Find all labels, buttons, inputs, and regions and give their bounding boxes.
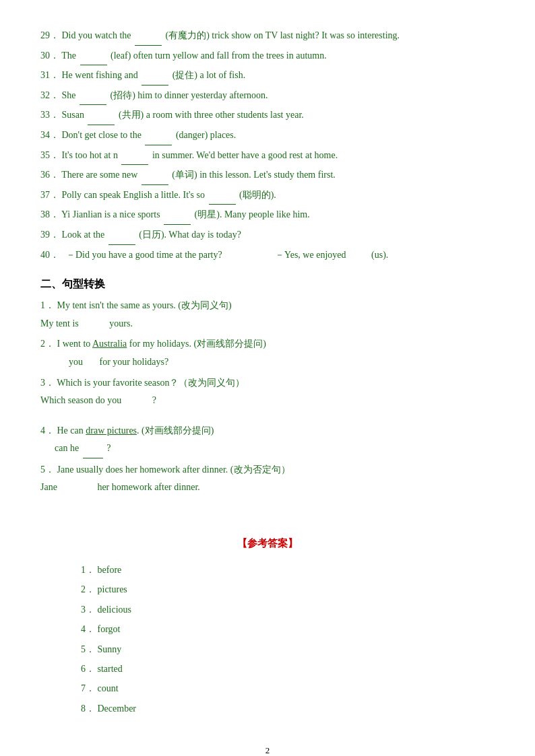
t4-answer: can he ? bbox=[40, 440, 495, 458]
q36-chinese: (单词) bbox=[172, 170, 197, 180]
q38-text1: Yi Jianlian is a nice sports bbox=[61, 209, 160, 219]
q40-us: (us). bbox=[371, 246, 388, 265]
question-35: 35． It's too hot at n in summer. We'd be… bbox=[40, 147, 495, 166]
q40-right: －Yes, we enjoyed bbox=[275, 246, 346, 265]
t2-num: 2． bbox=[40, 339, 55, 349]
t3-blank2 bbox=[138, 395, 150, 405]
q31-blank bbox=[141, 67, 168, 85]
t1-num: 1． bbox=[40, 300, 55, 310]
t2-you: you bbox=[69, 357, 83, 367]
t5-answer: Jane her homework after dinner. bbox=[40, 479, 495, 497]
q39-text2: What day is today? bbox=[168, 230, 241, 240]
q32-text2: him to dinner yesterday afternoon. bbox=[137, 90, 268, 100]
q32-num: 32． bbox=[40, 90, 59, 100]
transform-5: 5． Jane usually does her homework after … bbox=[40, 461, 495, 497]
q30-text1: The bbox=[61, 50, 76, 61]
q31-text1: He went fishing and bbox=[62, 70, 138, 80]
q33-chinese: (共用) bbox=[119, 110, 144, 120]
section-2: 二、句型转换 1． My tent isn't the same as your… bbox=[40, 277, 495, 497]
questions-section: 29． Did you watch the (有魔力的) trick show … bbox=[40, 27, 495, 264]
q38-blank bbox=[164, 206, 191, 225]
question-37: 37． Polly can speak English a little. It… bbox=[40, 186, 495, 205]
t1-a-prefix: My tent is bbox=[40, 318, 79, 329]
q31-text2: a lot of fish. bbox=[199, 70, 245, 80]
t1-blank1 bbox=[81, 318, 93, 329]
t2-q-text2: for my holidays. (对画线部分提问) bbox=[127, 339, 265, 349]
q30-text2: (leaf) often turn yellow and fall from t… bbox=[111, 50, 327, 61]
t2-q-text1: I went to bbox=[57, 339, 93, 349]
question-34: 34． Don't get close to the (danger) plac… bbox=[40, 127, 495, 145]
t5-num: 5． bbox=[40, 465, 55, 475]
t4-q-text2: . (对画线部分提问) bbox=[137, 425, 214, 436]
t2-answer: you for your holidays? bbox=[40, 353, 495, 372]
t2-underline: Australia bbox=[92, 339, 127, 349]
q40-num: 40． bbox=[40, 246, 59, 265]
q29-num: 29． bbox=[40, 30, 59, 40]
q35-num: 35． bbox=[40, 150, 59, 160]
t4-suffix: ? bbox=[106, 443, 111, 453]
answer-section: 【参考答案】 1． before 2． pictures 3． deliciou… bbox=[40, 537, 495, 718]
q31-num: 31． bbox=[40, 70, 59, 80]
q31-chinese: (捉住) bbox=[172, 70, 197, 80]
q37-chinese: (聪明的). bbox=[239, 190, 276, 200]
answer-2: 2． pictures bbox=[81, 580, 495, 599]
answer-3: 3． delicious bbox=[81, 600, 495, 619]
q32-she: She bbox=[62, 90, 76, 100]
transform-4: 4． He can draw pictures. (对画线部分提问) can h… bbox=[40, 422, 495, 458]
answer-8: 8． December bbox=[81, 699, 495, 718]
q37-text1: Polly can speak English a little. It's s… bbox=[62, 190, 206, 200]
t5-q-text: Jane usually does her homework after din… bbox=[57, 465, 290, 475]
transform-2: 2． I went to Australia for my holidays. … bbox=[40, 335, 495, 371]
t1-question: 1． My tent isn't the same as yours. (改为同… bbox=[40, 297, 495, 315]
t3-prefix: Which season do you bbox=[40, 395, 121, 405]
q36-blank bbox=[141, 166, 168, 185]
section2-title: 二、句型转换 bbox=[40, 277, 495, 291]
t2-blank2 bbox=[55, 357, 67, 367]
q35-text2: in summer. We'd better have a good rest … bbox=[152, 150, 338, 160]
q35-blank bbox=[121, 147, 148, 166]
t1-a-suffix: yours. bbox=[109, 318, 133, 329]
t3-question: 3． Which is your favorite season？（改为同义句） bbox=[40, 374, 495, 392]
q36-text1: There are some new bbox=[61, 170, 137, 180]
question-29: 29． Did you watch the (有魔力的) trick show … bbox=[40, 27, 495, 46]
answer-4: 4． forgot bbox=[81, 619, 495, 639]
q40-left: －Did you have a good time at the party? bbox=[66, 246, 268, 265]
q37-blank bbox=[209, 186, 236, 205]
q34-blank bbox=[145, 127, 172, 145]
t2-suffix: for your holidays? bbox=[100, 357, 169, 367]
q34-text2: (danger) places. bbox=[176, 130, 236, 140]
t5-blank1 bbox=[59, 482, 76, 492]
page-number: 2 bbox=[40, 745, 495, 756]
q29-blank bbox=[135, 27, 162, 46]
t3-q-text: Which is your favorite season？（改为同义句） bbox=[57, 378, 245, 388]
q38-chinese: (明星). bbox=[195, 209, 222, 219]
answer-title: 【参考答案】 bbox=[40, 537, 495, 550]
answer-1: 1． before bbox=[81, 560, 495, 580]
q37-num: 37． bbox=[40, 190, 59, 200]
t4-q-text1: He can bbox=[57, 425, 86, 436]
t5-jane: Jane bbox=[40, 482, 57, 492]
q34-num: 34． bbox=[40, 130, 59, 140]
q40-blank bbox=[353, 246, 365, 265]
q32-blank bbox=[80, 87, 106, 106]
t2-question: 2． I went to Australia for my holidays. … bbox=[40, 335, 495, 353]
q39-text1: Look at the bbox=[62, 230, 105, 240]
q33-num: 33． bbox=[40, 110, 59, 120]
q29-text2: trick show on TV last night? It was so i… bbox=[212, 30, 400, 40]
t4-middle: can he bbox=[55, 443, 79, 453]
question-38: 38． Yi Jianlian is a nice sports (明星). M… bbox=[40, 206, 495, 225]
t4-question: 4． He can draw pictures. (对画线部分提问) bbox=[40, 422, 495, 440]
q33-blank bbox=[88, 106, 115, 125]
question-32: 32． She (招待) him to dinner yesterday aft… bbox=[40, 87, 495, 106]
t3-answer: Which season do you ? bbox=[40, 392, 495, 410]
q30-num: 30． bbox=[40, 50, 59, 61]
t2-blank3 bbox=[86, 357, 98, 367]
t2-blank1 bbox=[40, 357, 53, 367]
question-36: 36． There are some new (单词) in this less… bbox=[40, 166, 495, 185]
q35-text1: It's too hot at n bbox=[62, 150, 118, 160]
t3-blank1 bbox=[124, 395, 136, 405]
t1-blank2 bbox=[95, 318, 107, 329]
q38-text2: Many people like him. bbox=[224, 209, 310, 219]
answer-7: 7． count bbox=[81, 679, 495, 698]
t5-blank2 bbox=[78, 482, 95, 492]
